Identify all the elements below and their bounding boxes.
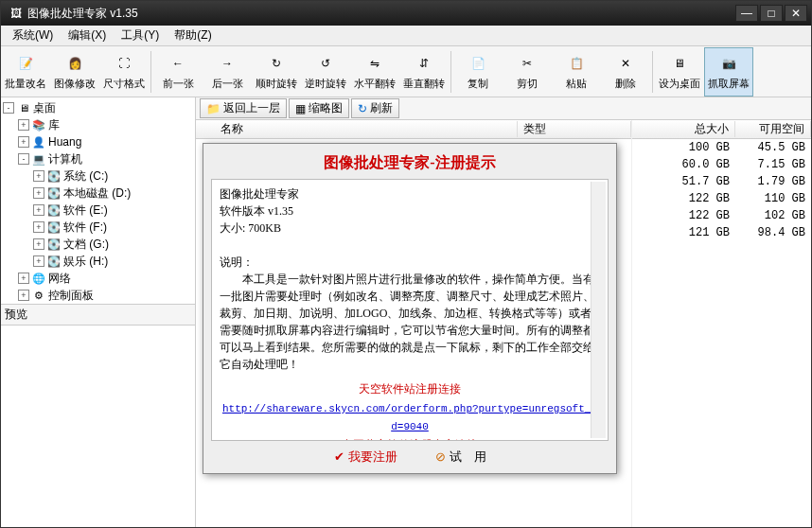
trial-button[interactable]: ⊘试 用: [435, 449, 486, 466]
preview-label: 预览: [1, 304, 195, 325]
refresh-icon: ↻: [358, 102, 367, 115]
expander[interactable]: +: [18, 273, 29, 284]
folder-tree: -🖥桌面+📚库+👤Huang-💻计算机+💽系统 (C:)+💽本地磁盘 (D:)+…: [1, 97, 195, 304]
node-icon: 💽: [46, 254, 62, 269]
tb-copy-button[interactable]: 📄复制: [453, 47, 503, 97]
tree-item[interactable]: +⚙控制面板: [3, 287, 193, 304]
menu-edit[interactable]: 编辑(X): [61, 26, 114, 45]
sidebar: -🖥桌面+📚库+👤Huang-💻计算机+💽系统 (C:)+💽本地磁盘 (D:)+…: [1, 97, 196, 527]
menu-tools[interactable]: 工具(Y): [114, 26, 167, 45]
flip-v-icon: ⇵: [413, 52, 435, 75]
tb-back-button[interactable]: ←前一张: [153, 47, 203, 97]
expander[interactable]: +: [33, 221, 44, 233]
tree-item[interactable]: -💻计算机: [3, 150, 193, 167]
tree-item[interactable]: +🌐网络: [3, 270, 193, 287]
menubar: 系统(W) 编辑(X) 工具(Y) 帮助(Z): [1, 26, 811, 46]
dlg-desc-head: 说明：: [220, 254, 600, 271]
close-button[interactable]: ✕: [785, 5, 807, 22]
expander[interactable]: +: [33, 238, 44, 250]
col-name[interactable]: 名称: [215, 121, 518, 137]
node-icon: 💻: [31, 151, 46, 167]
node-icon: 💽: [46, 202, 62, 218]
expander[interactable]: -: [18, 153, 29, 165]
link1-title: 天空软件站注册连接: [220, 380, 600, 397]
back-icon: ←: [167, 52, 189, 75]
node-icon: 👤: [31, 134, 46, 150]
tree-item[interactable]: +💽本地磁盘 (D:): [3, 185, 193, 202]
expander[interactable]: -: [3, 102, 14, 114]
thumb-button[interactable]: ▦缩略图: [289, 98, 349, 118]
tree-item[interactable]: +💽娱乐 (H:): [3, 253, 193, 270]
up-button[interactable]: 📁返回上一层: [200, 98, 287, 118]
delete-icon: ✕: [614, 52, 637, 75]
menu-system[interactable]: 系统(W): [5, 26, 61, 45]
tb-face-button[interactable]: 👩图像修改: [50, 47, 99, 97]
desktop-icon: 🖥: [668, 52, 691, 75]
disk-row[interactable]: 122 GB102 GB: [632, 207, 811, 224]
dlg-info2: 软件版本 v1.35: [220, 202, 600, 220]
tb-flip-h-button[interactable]: ⇋水平翻转: [350, 47, 399, 97]
app-icon: 🖼: [9, 6, 24, 21]
expander[interactable]: +: [33, 204, 44, 216]
disk-row[interactable]: 122 GB110 GB: [632, 190, 811, 207]
tb-desktop-button[interactable]: 🖥设为桌面: [655, 47, 704, 97]
tree-item[interactable]: +💽文档 (G:): [3, 236, 193, 253]
maximize-button[interactable]: □: [760, 5, 783, 22]
tree-item[interactable]: +💽软件 (E:): [3, 202, 193, 219]
check-icon: ✔: [334, 449, 344, 465]
tb-capture-button[interactable]: 📷抓取屏幕: [704, 47, 753, 97]
disk-row[interactable]: 51.7 GB1.79 GB: [632, 173, 811, 190]
preview-pane: [1, 325, 195, 528]
tree-item[interactable]: -🖥桌面: [3, 99, 193, 116]
expander[interactable]: +: [33, 170, 44, 182]
tb-forward-button[interactable]: →后一张: [203, 47, 252, 97]
disk-row[interactable]: 60.0 GB7.15 GB: [632, 156, 811, 173]
register-button[interactable]: ✔我要注册: [334, 449, 397, 466]
tree-item[interactable]: +📚库: [3, 116, 193, 133]
expander[interactable]: +: [33, 255, 44, 267]
rot-cw-icon: ↻: [265, 52, 288, 75]
disk-list: 总大小 可用空间 100 GB45.5 GB60.0 GB7.15 GB51.7…: [631, 120, 811, 527]
tb-rot-cw-button[interactable]: ↻顺时旋转: [252, 47, 301, 97]
col-total[interactable]: 总大小: [632, 121, 735, 137]
node-icon: 💽: [46, 185, 62, 201]
copy-icon: 📄: [467, 52, 489, 75]
col-type[interactable]: 类型: [518, 121, 631, 137]
scrollbar[interactable]: [591, 182, 606, 438]
window-title: 图像批处理专家 v1.35: [27, 6, 735, 22]
tree-item[interactable]: +👤Huang: [3, 133, 193, 150]
node-icon: 💽: [46, 220, 62, 235]
rename-icon: 📝: [14, 52, 37, 75]
col-free[interactable]: 可用空间: [735, 121, 811, 137]
link2-title: 中国共享软件注册中心连接: [220, 436, 600, 441]
menu-help[interactable]: 帮助(Z): [167, 26, 219, 45]
tb-delete-button[interactable]: ✕删除: [601, 47, 650, 97]
tb-rot-ccw-button[interactable]: ↺逆时旋转: [301, 47, 350, 97]
clock-icon: ⊘: [435, 449, 446, 465]
up-icon: 📁: [206, 102, 221, 115]
expander[interactable]: +: [18, 290, 29, 301]
expander[interactable]: +: [33, 187, 44, 199]
link1-url[interactable]: http://shareware.skycn.com/orderform.php…: [222, 403, 597, 432]
register-dialog: 图像批处理专家-注册提示 图像批处理专家 软件版本 v1.35 大小: 700K…: [203, 143, 617, 474]
disk-row[interactable]: 100 GB45.5 GB: [632, 139, 811, 156]
tree-item[interactable]: +💽系统 (C:): [3, 167, 193, 185]
tb-flip-v-button[interactable]: ⇵垂直翻转: [399, 47, 449, 97]
node-icon: 💽: [46, 168, 62, 184]
disk-row[interactable]: 121 GB98.4 GB: [632, 224, 811, 241]
minimize-button[interactable]: —: [735, 5, 758, 22]
sub-toolbar: 📁返回上一层 ▦缩略图 ↻刷新: [196, 97, 811, 120]
tb-paste-button[interactable]: 📋粘贴: [552, 47, 601, 97]
capture-icon: 📷: [717, 52, 740, 75]
refresh-button[interactable]: ↻刷新: [351, 98, 399, 118]
tree-item[interactable]: +💽软件 (F:): [3, 219, 193, 236]
dlg-desc: 本工具是一款针对图片照片进行批量修改的软件，操作简单方便。当有一批图片需要处理时…: [220, 271, 600, 373]
tb-cut-button[interactable]: ✂剪切: [503, 47, 552, 97]
tb-resize-button[interactable]: ⛶尺寸格式: [99, 47, 149, 97]
node-icon: 📚: [31, 117, 46, 132]
node-icon: 💽: [46, 237, 62, 252]
expander[interactable]: +: [18, 136, 29, 148]
flip-h-icon: ⇋: [363, 52, 386, 75]
tb-rename-button[interactable]: 📝批量改名: [1, 47, 50, 97]
expander[interactable]: +: [18, 119, 29, 131]
